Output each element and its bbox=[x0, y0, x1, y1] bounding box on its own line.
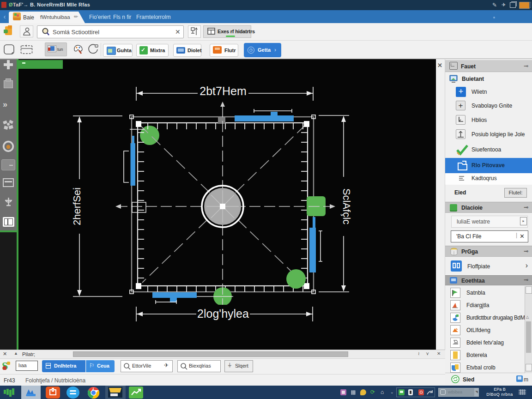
svg-text:2bt7Hem: 2bt7Hem bbox=[200, 85, 246, 97]
svg-text:2herfSei: 2herfSei bbox=[71, 187, 83, 225]
svg-text:2log'hylea: 2log'hylea bbox=[197, 307, 249, 320]
svg-text:SclAfçlc: SclAfçlc bbox=[341, 188, 352, 224]
